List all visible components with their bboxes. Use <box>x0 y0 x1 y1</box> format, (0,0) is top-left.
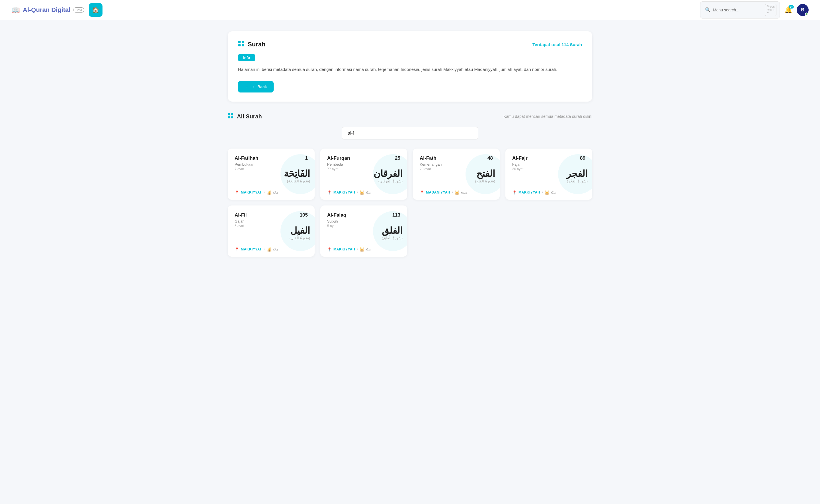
all-surah-section-header: All Surah Kamu dapat mencari semua metad… <box>228 113 592 120</box>
card-bottom: 📍 MADANIYYAH • 🕌 مدينة <box>420 190 493 195</box>
surah-card[interactable]: Al-Fil 105 Gajah 5 ayat الفيل (سُورَةُ ا… <box>228 205 314 257</box>
back-button[interactable]: ← ← Back <box>238 81 274 92</box>
surah-arabic-sub: (سُورَةُ الْفَاتِحَة) <box>284 179 310 183</box>
card-top: Al-Fajr 89 <box>512 155 585 161</box>
header-left: 📖 Al-Quran Digital Beta 🏠 <box>11 3 102 17</box>
surah-number: 113 <box>392 212 400 218</box>
logo: 📖 Al-Quran Digital Beta <box>11 6 84 14</box>
surah-card[interactable]: Al-Furqan 25 Pembeda 77 ayat الفرقان (سُ… <box>320 149 407 200</box>
svg-rect-7 <box>231 116 233 118</box>
surah-translation: Kemenangan <box>420 162 493 166</box>
avatar[interactable]: B <box>797 4 809 16</box>
card-content-left: Al-Fatihah 1 Pembukaan 7 ayat <box>235 155 308 174</box>
home-button[interactable]: 🏠 <box>89 3 102 17</box>
dot-separator: • <box>264 247 265 251</box>
surah-number: 25 <box>395 155 400 161</box>
svg-rect-1 <box>242 41 244 43</box>
surah-ayat: 77 ayat <box>327 167 400 171</box>
main-content: Surah Terdapat total 114 Surah Info Hala… <box>211 20 609 268</box>
mosque-icon: 🕌 <box>455 190 459 195</box>
surah-translation: Subuh <box>327 219 400 223</box>
location-icon: 📍 <box>327 190 332 195</box>
surah-number: 1 <box>305 155 308 161</box>
info-card: Surah Terdapat total 114 Surah Info Hala… <box>228 31 592 102</box>
surah-name-en: Al-Fil <box>235 212 247 218</box>
svg-rect-2 <box>238 44 240 46</box>
card-bottom: 📍 MAKKIYYAH • 🕌 مكة <box>235 247 308 252</box>
surah-translation: Pembukaan <box>235 162 308 166</box>
surah-city: 🕌 مدينة <box>455 190 468 195</box>
beta-badge: Beta <box>73 7 84 13</box>
arrow-left-icon: ← <box>245 85 249 89</box>
surah-city: 🕌 مكة <box>267 247 278 252</box>
notification-button[interactable]: 🔔 3+ <box>784 6 792 14</box>
location-icon: 📍 <box>235 247 239 252</box>
location-icon: 📍 <box>235 190 239 195</box>
surah-translation: Fajar <box>512 162 585 166</box>
surah-translation: Gajah <box>235 219 308 223</box>
surah-type: MAKKIYYAH <box>333 190 355 194</box>
surah-arabic-sub: (سُورَةُ الْفَتْح) <box>475 179 495 183</box>
card-top: Al-Furqan 25 <box>327 155 400 161</box>
surah-search-wrap <box>228 127 592 139</box>
search-shortcut-hint: Press "ctrl + /" <box>765 4 776 16</box>
surah-card[interactable]: Al-Falaq 113 Subuh 5 ayat الفلق (سُورَةُ… <box>320 205 407 257</box>
surah-number: 89 <box>580 155 585 161</box>
mosque-icon: 🕌 <box>267 190 272 195</box>
surah-name-en: Al-Fath <box>420 155 437 161</box>
surah-name-en: Al-Fajr <box>512 155 528 161</box>
surah-type: MAKKIYYAH <box>241 190 262 194</box>
logo-text: Al-Quran Digital <box>23 6 70 14</box>
surah-card[interactable]: Al-Fath 48 Kemenangan 29 ayat الفتح (سُو… <box>413 149 500 200</box>
mosque-icon: 🕌 <box>359 190 364 195</box>
surah-name-en: Al-Furqan <box>327 155 350 161</box>
svg-rect-4 <box>228 113 230 115</box>
search-icon: 🔍 <box>705 7 711 13</box>
surah-number: 48 <box>488 155 493 161</box>
svg-rect-3 <box>242 44 244 46</box>
info-description: Halaman ini berisi metadata semua surah,… <box>238 66 582 73</box>
home-icon: 🏠 <box>92 7 99 13</box>
surah-type: MAKKIYYAH <box>519 190 540 194</box>
surah-city: 🕌 مكة <box>359 247 371 252</box>
mosque-icon: 🕌 <box>359 247 364 252</box>
surah-card[interactable]: Al-Fatihah 1 Pembukaan 7 ayat الفَاتِحَة… <box>228 149 314 200</box>
card-top: Al-Fatihah 1 <box>235 155 308 161</box>
surah-arabic-sub: (سُورَةُ الْفُرْقَان) <box>373 179 402 183</box>
card-bottom: 📍 MAKKIYYAH • 🕌 مكة <box>512 190 585 195</box>
surah-arabic-sub: (سُورَةُ الْفَجْر) <box>567 179 588 183</box>
card-top: Al-Falaq 113 <box>327 212 400 218</box>
surah-city: 🕌 مكة <box>267 190 278 195</box>
menu-search-input[interactable] <box>713 8 763 12</box>
mosque-icon: 🕌 <box>545 190 549 195</box>
dot-separator: • <box>264 190 265 194</box>
info-card-title: Surah <box>238 40 265 48</box>
surah-ayat: 5 ayat <box>235 224 308 228</box>
location-icon: 📍 <box>512 190 517 195</box>
book-icon: 📖 <box>11 6 20 14</box>
section-hint: Kamu dapat mencari semua metadata surah … <box>504 114 592 119</box>
surah-search-input[interactable] <box>342 127 478 139</box>
notification-badge: 3+ <box>789 5 794 9</box>
surah-number: 105 <box>300 212 308 218</box>
grid-icon <box>238 40 244 48</box>
surah-grid: Al-Fatihah 1 Pembukaan 7 ayat الفَاتِحَة… <box>228 149 592 257</box>
surah-ayat: 29 ayat <box>420 167 493 171</box>
surah-card[interactable]: Al-Fajr 89 Fajar 30 ayat الفجر (سُورَةُ … <box>506 149 592 200</box>
svg-rect-0 <box>238 41 240 43</box>
dot-separator: • <box>452 190 453 194</box>
location-icon: 📍 <box>327 247 332 252</box>
surah-name-en: Al-Fatihah <box>235 155 258 161</box>
menu-search-bar[interactable]: 🔍 Press "ctrl + /" <box>700 1 780 18</box>
total-text: Terdapat total 114 Surah <box>533 42 582 47</box>
card-content-left: Al-Fajr 89 Fajar 30 ayat <box>512 155 585 174</box>
surah-arabic-sub: (سُورَةُ الْفَلَق) <box>382 236 402 240</box>
surah-type: MADANIYYAH <box>426 190 450 194</box>
surah-translation: Pembeda <box>327 162 400 166</box>
location-icon: 📍 <box>420 190 424 195</box>
card-bottom: 📍 MAKKIYYAH • 🕌 مكة <box>327 247 400 252</box>
header: 📖 Al-Quran Digital Beta 🏠 🔍 Press "ctrl … <box>0 0 820 20</box>
surah-city: 🕌 مكة <box>545 190 556 195</box>
card-bottom: 📍 MAKKIYYAH • 🕌 مكة <box>327 190 400 195</box>
surah-ayat: 30 ayat <box>512 167 585 171</box>
